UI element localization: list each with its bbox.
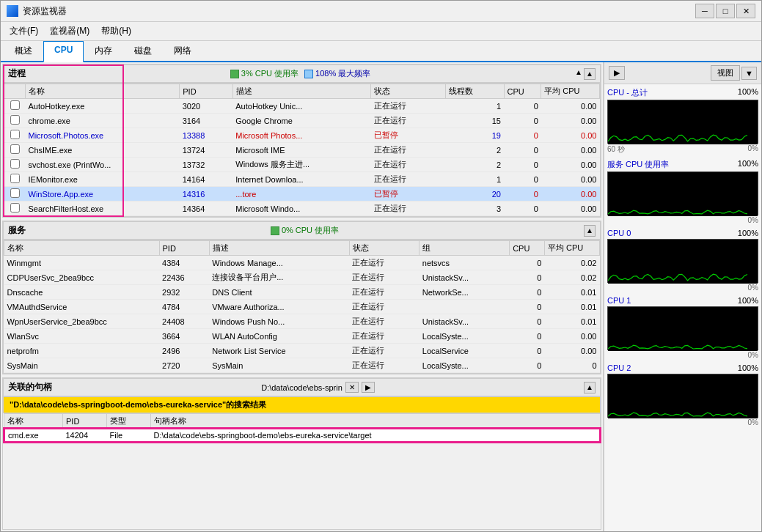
tab-memory[interactable]: 内存 [84,41,123,61]
svc-desc: Network List Service [209,344,349,358]
service-row[interactable]: Dnscache 2932 DNS Client 正在运行 NetworkSe.… [4,285,600,300]
svc-col-group[interactable]: 组 [420,241,510,256]
svc-cpu: 0 [510,314,545,329]
handles-search-clear[interactable]: ✕ [345,382,359,393]
tab-disk[interactable]: 磁盘 [123,41,163,61]
process-checkbox[interactable] [10,130,20,139]
process-cpu: 0 [504,158,541,172]
svc-pid: 4784 [159,300,209,314]
process-status: 正在运行 [371,114,446,128]
svc-col-status[interactable]: 状态 [349,241,420,256]
service-row[interactable]: SysMain 2720 SysMain 正在运行 LocalSyste... … [4,358,600,373]
process-name: ChsIME.exe [26,143,180,158]
handles-col-type[interactable]: 类型 [107,414,151,429]
service-section: 服务 0% CPU 使用率 ▲ 名称 PID 描述 [2,221,601,374]
handles-row[interactable]: cmd.exe 14204 File D:\data\code\ebs-spri… [4,429,601,442]
service-row[interactable]: CDPUserSvc_2bea9bcc 22436 连接设备平台用户... 正在… [4,270,600,285]
svc-col-avgcpu[interactable]: 平均 CPU [544,241,599,256]
service-row[interactable]: Winmgmt 4384 Windows Manage... 正在运行 nets… [4,256,600,270]
tab-overview[interactable]: 概述 [4,41,43,61]
menu-monitor[interactable]: 监视器(M) [44,23,95,39]
graph-pct-service: 100% [738,159,758,170]
handles-section-header[interactable]: 关联的句柄 D:\data\code\ebs-sprin ✕ ▶ ▲ [3,378,601,396]
process-checkbox[interactable] [10,144,20,154]
process-collapse-btn[interactable]: ▲ [584,68,596,80]
graph-canvas-total [607,100,758,144]
process-checkbox[interactable] [10,203,20,213]
graph-label-cpu2: CPU 2 [607,363,631,372]
service-row[interactable]: netprofm 2496 Network List Service 正在运行 … [4,344,600,358]
process-pid: 14316 [180,187,233,202]
process-row[interactable]: AutoHotkey.exe 3020 AutoHotkey Unic... 正… [4,99,600,114]
process-table-wrapper[interactable]: 名称 PID 描述 状态 线程数 CPU 平均 CPU AutoHotkey.e… [3,83,601,217]
process-desc: ...tore [232,187,371,202]
svc-cpu: 0 [510,344,545,358]
close-button[interactable]: ✕ [736,4,755,18]
process-row[interactable]: SearchFilterHost.exe 14364 Microsoft Win… [4,202,600,216]
process-row[interactable]: ChsIME.exe 13724 Microsoft IME 正在运行 2 0 … [4,143,600,158]
service-row[interactable]: VMAuthdService 4784 VMware Authoriza... … [4,300,600,314]
svc-col-name[interactable]: 名称 [4,241,160,256]
service-collapse-btn[interactable]: ▲ [584,225,596,237]
process-col-cpu[interactable]: CPU [504,84,541,99]
tab-network[interactable]: 网络 [163,41,202,61]
process-col-name[interactable]: 名称 [26,84,180,99]
process-row[interactable]: svchost.exe (PrintWo... 13732 Windows 服务… [4,158,600,172]
main-content: 进程 3% CPU 使用率 108% 最大频率 ▲ ▲ [1,62,761,531]
process-checkbox[interactable] [10,100,20,110]
process-checkbox[interactable] [10,188,20,198]
process-col-threads[interactable]: 线程数 [445,84,504,99]
process-row[interactable]: chrome.exe 3164 Google Chrome 正在运行 15 0 … [4,114,600,128]
process-col-check[interactable] [4,84,26,99]
handles-collapse-btn[interactable]: ▲ [584,382,596,394]
service-row[interactable]: WpnUserService_2bea9bcc 24408 Windows Pu… [4,314,600,329]
process-section-header[interactable]: 进程 3% CPU 使用率 108% 最大频率 ▲ ▲ [3,64,601,83]
svc-group: LocalSyste... [420,358,510,373]
handles-col-name[interactable]: 名称 [4,414,63,429]
process-avgcpu: 0.00 [541,114,600,128]
svc-avgcpu: 0.02 [544,270,599,285]
process-pid: 13732 [180,158,233,172]
svc-group: LocalService [420,344,510,358]
process-checkbox[interactable] [10,115,20,125]
service-section-header[interactable]: 服务 0% CPU 使用率 ▲ [3,221,601,240]
process-col-desc[interactable]: 描述 [232,84,371,99]
process-row[interactable]: WinStore.App.exe 14316 ...tore 已暂停 20 0 … [4,187,600,202]
handles-search-btn[interactable]: ▶ [362,382,375,393]
svc-col-pid[interactable]: PID [159,241,209,256]
process-row[interactable]: IEMonitor.exe 14164 Internet Downloa... … [4,172,600,187]
process-name: chrome.exe [26,114,180,128]
view-button[interactable]: 视图 [711,65,740,81]
handles-search-result: "D:\data\code\ebs-springboot-demo\ebs-eu… [3,396,601,413]
cpu-graph-service: 服务 CPU 使用率100% 0% [607,159,758,224]
menu-help[interactable]: 帮助(H) [95,23,137,39]
menu-file[interactable]: 文件(F) [4,23,44,39]
view-dropdown-btn[interactable]: ▼ [741,67,757,80]
handles-col-handle[interactable]: 句柄名称 [151,414,601,429]
svc-desc: Windows Push No... [209,314,349,329]
tab-bar: 概述 CPU 内存 磁盘 网络 [1,41,761,62]
minimize-button[interactable]: ─ [695,4,714,18]
title-bar: 资源监视器 ─ □ ✕ [1,1,761,22]
process-checkbox[interactable] [10,174,20,183]
process-col-status[interactable]: 状态 [371,84,446,99]
process-avgcpu: 0.00 [541,202,600,216]
process-row[interactable]: Microsoft.Photos.exe 13388 Microsoft Pho… [4,128,600,143]
process-col-pid[interactable]: PID [180,84,233,99]
process-col-avgcpu[interactable]: 平均 CPU [541,84,600,99]
svc-cpu: 0 [510,285,545,300]
restore-button[interactable]: □ [716,4,735,18]
process-avgcpu: 0.00 [541,99,600,114]
svc-col-desc[interactable]: 描述 [209,241,349,256]
svc-name: Dnscache [4,285,160,300]
svc-status: 正在运行 [349,256,420,270]
svc-col-cpu[interactable]: CPU [510,241,545,256]
service-row[interactable]: WlanSvc 3664 WLAN AutoConfig 正在运行 LocalS… [4,329,600,344]
process-name: AutoHotkey.exe [26,99,180,114]
service-table-wrapper[interactable]: 名称 PID 描述 状态 组 CPU 平均 CPU Winmgmt 4384 [3,240,601,374]
handles-col-pid[interactable]: PID [63,414,107,429]
tab-cpu[interactable]: CPU [43,41,84,62]
cpu-graph-total: CPU - 总计100% 60 秒0% [607,87,758,155]
process-checkbox[interactable] [10,159,20,169]
right-expand-btn[interactable]: ▶ [609,66,625,80]
